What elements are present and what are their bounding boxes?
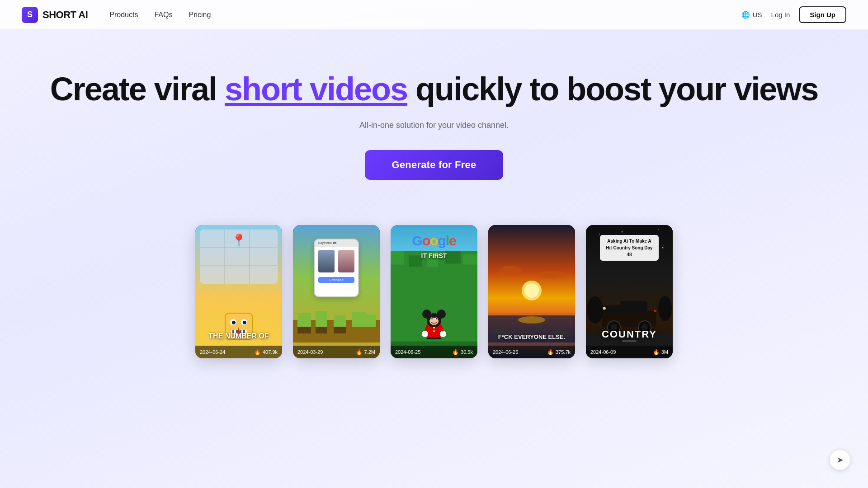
video-card-1[interactable]: 📍 xyxy=(195,225,282,358)
svg-rect-18 xyxy=(334,315,346,327)
svg-point-52 xyxy=(539,271,564,279)
char-left xyxy=(318,250,335,272)
video-card-4[interactable]: F*CK EVERYONE ELSE. 2024-06-25 🔥 375.7k xyxy=(488,225,575,358)
svg-rect-29 xyxy=(463,254,477,264)
login-button[interactable]: Log In xyxy=(771,11,790,19)
svg-rect-50 xyxy=(488,313,575,314)
card-2-views: 🔥 7.2M xyxy=(356,349,375,355)
country-caption: Asking Ai To Make A Hit Country Song Day… xyxy=(600,235,659,261)
svg-point-7 xyxy=(232,321,236,324)
svg-point-37 xyxy=(431,318,433,319)
svg-rect-22 xyxy=(316,327,327,333)
minecraft-terrain xyxy=(293,306,380,343)
brand-name: SHORT AI xyxy=(42,9,88,21)
mickey-character xyxy=(420,308,448,341)
svg-point-39 xyxy=(422,331,428,337)
card-1-date: 2024-06-24 xyxy=(200,349,225,355)
hero-subtext: All-in-one solution for your video chann… xyxy=(18,121,850,130)
cards-section: 📍 xyxy=(0,207,868,385)
svg-point-56 xyxy=(599,234,600,235)
hero-highlight: short videos xyxy=(225,71,407,107)
card-3-footer: 2024-06-25 🔥 30.5k xyxy=(391,346,477,358)
logo-icon: S xyxy=(22,7,38,23)
card-4-views: 🔥 375.7k xyxy=(547,349,571,355)
video-card-2[interactable]: Boyfriend 🎮 Download 2024-03-29 🔥 7.2M xyxy=(293,225,380,358)
sunset-text: F*CK EVERYONE ELSE. xyxy=(488,333,575,340)
svg-rect-23 xyxy=(334,327,346,333)
video-card-3[interactable]: Google IT FIRST xyxy=(391,225,477,358)
country-word: COUNTRY xyxy=(586,328,673,340)
globe-icon: 🌐 xyxy=(741,11,750,19)
svg-point-57 xyxy=(622,231,623,232)
card-1-text: THE NUMBER OF xyxy=(195,332,282,340)
svg-rect-16 xyxy=(297,313,311,327)
hero-section: Create viral short videos quickly to boo… xyxy=(0,30,868,207)
map-grid-svg xyxy=(200,230,278,284)
svg-point-74 xyxy=(658,296,672,321)
card-4-date: 2024-06-25 xyxy=(493,349,518,355)
locale-button[interactable]: 🌐 US xyxy=(741,11,762,19)
nav-item-pricing[interactable]: Pricing xyxy=(189,11,211,19)
svg-point-47 xyxy=(524,283,539,298)
svg-point-8 xyxy=(243,321,246,324)
svg-point-43 xyxy=(433,327,435,328)
svg-rect-20 xyxy=(363,314,376,327)
navbar: S SHORT AI Products FAQs Pricing 🌐 US Lo… xyxy=(0,0,868,30)
card-2-date: 2024-03-29 xyxy=(297,349,323,355)
svg-point-38 xyxy=(436,318,437,319)
svg-point-33 xyxy=(437,310,446,319)
fire-icon-2: 🔥 xyxy=(356,349,363,355)
card-5-views: 🔥 3M xyxy=(653,349,668,355)
signup-button[interactable]: Sign Up xyxy=(799,6,846,23)
card-4-footer: 2024-06-25 🔥 375.7k xyxy=(488,346,575,358)
navbar-left: S SHORT AI Products FAQs Pricing xyxy=(22,7,211,23)
svg-rect-28 xyxy=(445,251,461,263)
char-right xyxy=(338,250,354,272)
video-card-5[interactable]: Asking Ai To Make A Hit Country Song Day… xyxy=(586,225,673,358)
svg-rect-25 xyxy=(391,251,404,264)
cards-row: 📍 xyxy=(54,225,814,358)
svg-point-44 xyxy=(433,330,435,332)
svg-point-49 xyxy=(518,316,545,324)
navbar-right: 🌐 US Log In Sign Up xyxy=(741,6,846,23)
fire-icon-1: 🔥 xyxy=(254,349,261,355)
google-logo: Google xyxy=(412,233,456,249)
svg-point-51 xyxy=(500,266,522,275)
generate-button[interactable]: Generate for Free xyxy=(365,150,504,180)
svg-rect-63 xyxy=(620,301,647,314)
svg-point-59 xyxy=(658,229,659,230)
send-icon: ➤ xyxy=(837,455,844,465)
svg-rect-26 xyxy=(409,255,422,267)
svg-rect-64 xyxy=(602,305,623,314)
svg-point-61 xyxy=(662,247,664,248)
logo[interactable]: S SHORT AI xyxy=(22,7,88,23)
download-btn: Download xyxy=(318,277,354,283)
svg-rect-72 xyxy=(622,340,637,342)
svg-rect-17 xyxy=(316,311,327,327)
phone-mockup: Boyfriend 🎮 Download xyxy=(314,239,359,297)
card-3-views: 🔥 30.5k xyxy=(452,349,473,355)
fire-icon-5: 🔥 xyxy=(653,349,660,355)
nav-links: Products FAQs Pricing xyxy=(109,11,211,19)
svg-rect-70 xyxy=(654,310,656,312)
locale-label: US xyxy=(753,11,762,19)
svg-point-73 xyxy=(587,296,603,324)
card-2-footer: 2024-03-29 🔥 7.2M xyxy=(293,346,380,358)
card-5-footer: 2024-06-09 🔥 3M xyxy=(586,346,673,358)
svg-point-32 xyxy=(422,310,431,319)
it-first-text: IT FIRST xyxy=(421,252,447,259)
fire-icon-3: 🔥 xyxy=(452,349,459,355)
svg-rect-21 xyxy=(297,327,311,333)
fire-icon-4: 🔥 xyxy=(547,349,554,355)
card-1-footer: 2024-06-24 🔥 407.9k xyxy=(195,346,282,358)
hero-headline: Create viral short videos quickly to boo… xyxy=(18,70,850,108)
map-area: 📍 xyxy=(200,230,278,284)
nav-item-products[interactable]: Products xyxy=(109,11,138,19)
card-5-date: 2024-06-09 xyxy=(590,349,616,355)
nav-item-faqs[interactable]: FAQs xyxy=(154,11,172,19)
card-1-views: 🔥 407.9k xyxy=(254,349,278,355)
card-3-date: 2024-06-25 xyxy=(395,349,420,355)
svg-point-40 xyxy=(440,331,446,337)
scroll-button[interactable]: ➤ xyxy=(830,450,850,470)
